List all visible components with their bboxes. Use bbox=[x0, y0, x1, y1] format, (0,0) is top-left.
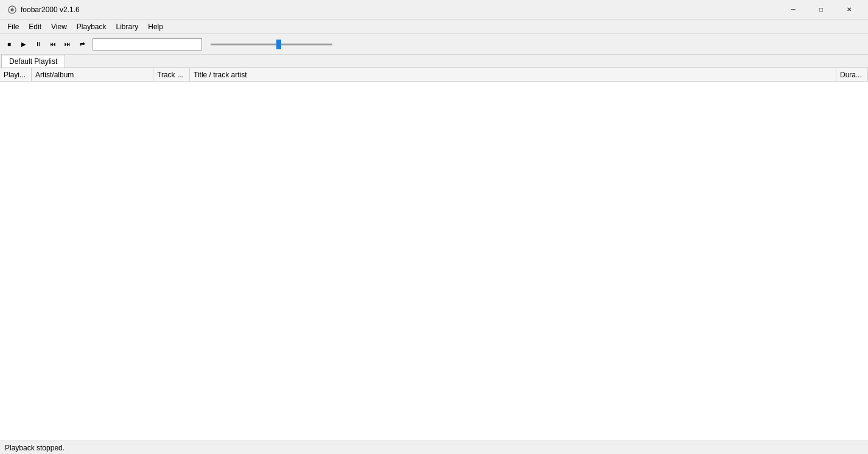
toolbar: ■▶⏸⏮⏭⇄ bbox=[0, 34, 868, 55]
status-bar: Playback stopped. bbox=[0, 441, 868, 454]
menu-item-edit[interactable]: Edit bbox=[24, 21, 46, 32]
status-text: Playback stopped. bbox=[5, 444, 65, 452]
toolbar-btn-play[interactable]: ▶ bbox=[17, 38, 30, 51]
col-header-playing[interactable]: Playi... bbox=[0, 68, 32, 81]
title-bar-left: foobar2000 v2.1.6 bbox=[7, 5, 80, 15]
title-bar: foobar2000 v2.1.6 ─ □ ✕ bbox=[0, 0, 868, 19]
menu-item-help[interactable]: Help bbox=[143, 21, 168, 32]
toolbar-btn-prev[interactable]: ⏮ bbox=[46, 38, 60, 51]
seek-bar-container bbox=[93, 38, 202, 51]
minimize-button[interactable]: ─ bbox=[779, 0, 807, 19]
menu-bar: FileEditViewPlaybackLibraryHelp bbox=[0, 19, 868, 34]
playlist-tabs: Default Playlist bbox=[0, 55, 868, 68]
toolbar-btn-stop[interactable]: ■ bbox=[2, 38, 16, 51]
volume-line bbox=[211, 44, 332, 45]
toolbar-btn-random[interactable]: ⇄ bbox=[75, 38, 89, 51]
close-button[interactable]: ✕ bbox=[835, 0, 863, 19]
title-bar-controls: ─ □ ✕ bbox=[779, 0, 863, 19]
col-header-artist[interactable]: Artist/album bbox=[32, 68, 153, 81]
col-header-duration[interactable]: Dura... bbox=[836, 68, 868, 81]
app-icon bbox=[7, 5, 17, 15]
toolbar-btn-next[interactable]: ⏭ bbox=[61, 38, 74, 51]
svg-point-1 bbox=[10, 8, 13, 11]
toolbar-buttons: ■▶⏸⏮⏭⇄ bbox=[2, 38, 89, 51]
app-title: foobar2000 v2.1.6 bbox=[21, 5, 80, 14]
seek-bar[interactable] bbox=[93, 38, 202, 51]
playlist-tab-default[interactable]: Default Playlist bbox=[1, 55, 65, 68]
toolbar-btn-pause[interactable]: ⏸ bbox=[32, 38, 45, 51]
menu-item-playback[interactable]: Playback bbox=[72, 21, 111, 32]
table-header: Playi... Artist/album Track ... Title / … bbox=[0, 68, 868, 82]
col-header-track[interactable]: Track ... bbox=[153, 68, 190, 81]
menu-item-library[interactable]: Library bbox=[111, 21, 144, 32]
main-content[interactable] bbox=[0, 82, 868, 441]
volume-thumb[interactable] bbox=[276, 40, 281, 49]
menu-item-view[interactable]: View bbox=[46, 21, 72, 32]
volume-area bbox=[208, 43, 866, 46]
menu-item-file[interactable]: File bbox=[2, 21, 24, 32]
maximize-button[interactable]: □ bbox=[807, 0, 835, 19]
col-header-title[interactable]: Title / track artist bbox=[190, 68, 836, 81]
volume-slider[interactable] bbox=[211, 43, 332, 46]
